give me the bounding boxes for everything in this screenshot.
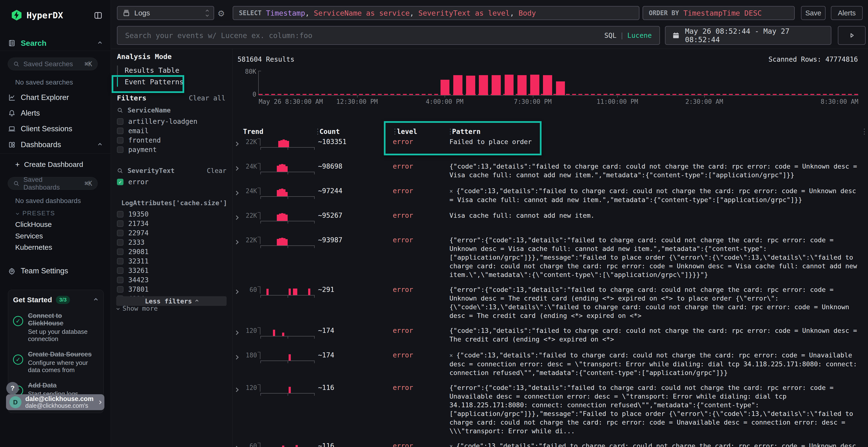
expand-chevron-icon[interactable] — [235, 165, 242, 173]
alerts-button[interactable]: Alerts — [831, 6, 863, 20]
help-button[interactable]: ? — [6, 382, 19, 394]
trend-max-label: 180 — [242, 351, 257, 359]
pattern-row[interactable]: 24K ~97244 error ×{"code":13,"details":"… — [232, 183, 868, 208]
checkbox[interactable] — [117, 230, 123, 236]
expand-chevron-icon[interactable] — [235, 238, 242, 247]
source-settings-gear-icon[interactable]: ⚙ — [217, 9, 225, 18]
presets-toggle[interactable]: PRESETS — [17, 209, 55, 217]
pattern-row[interactable]: 22K ~93987 error {"error":{"code":13,"de… — [232, 233, 868, 282]
create-dashboard-button[interactable]: + Create Dashboard — [0, 159, 111, 170]
expand-chevron-icon[interactable] — [235, 288, 242, 297]
sql-mode-toggle[interactable]: SQL — [604, 32, 617, 39]
order-by-input[interactable]: ORDER BY TimestampTime DESC — [643, 6, 795, 20]
saved-dashboards-input[interactable]: Saved Dashboards ⌘K — [8, 177, 98, 190]
checkbox[interactable] — [117, 248, 123, 255]
sparkline-bar — [279, 189, 281, 196]
filter-option[interactable]: 22974 — [117, 228, 226, 238]
filter-option[interactable]: frontend — [117, 136, 226, 145]
filter-option[interactable]: 33261 — [117, 266, 226, 275]
count-cell: ~174 — [318, 326, 393, 335]
sidebar-item-client-sessions[interactable]: Client Sessions — [0, 123, 111, 134]
sidebar-item-dashboards[interactable]: Dashboards — [0, 139, 111, 150]
get-started-item-subtitle: Set up your database connection — [28, 328, 99, 342]
app-logo[interactable]: HyperDX — [11, 9, 63, 21]
checkbox[interactable] — [117, 277, 123, 283]
sidebar-item-search[interactable]: Search — [0, 38, 111, 49]
checkbox[interactable]: ✓ — [117, 179, 123, 185]
checkbox[interactable] — [117, 146, 123, 153]
filter-option[interactable]: artillery-loadgen — [117, 117, 226, 126]
filter-option[interactable]: payment — [117, 145, 226, 154]
sparkline-bar — [267, 289, 269, 295]
filter-option[interactable]: 37801 — [117, 285, 226, 294]
preset-services[interactable]: Services — [15, 232, 43, 240]
filter-option[interactable]: 29081 — [117, 247, 226, 256]
pattern-row[interactable]: 120 ~174 error {"code":13,"details":"fai… — [232, 323, 868, 348]
expand-chevron-icon[interactable] — [235, 189, 242, 198]
checkbox[interactable] — [117, 258, 123, 265]
run-query-button[interactable] — [838, 26, 866, 45]
checkbox[interactable] — [117, 239, 123, 246]
chevron-up-icon[interactable] — [98, 41, 102, 45]
filter-option[interactable]: 32311 — [117, 256, 226, 266]
filter-clear-button[interactable]: Clear — [207, 167, 226, 174]
filter-option[interactable]: 21734 — [117, 219, 226, 228]
expand-chevron-icon[interactable] — [235, 329, 242, 337]
expand-chevron-icon[interactable] — [235, 386, 242, 394]
checkbox[interactable] — [117, 137, 123, 143]
pattern-row[interactable]: 60 ~291 error {"error":{"code":13,"detai… — [232, 282, 868, 323]
histogram-plot[interactable]: 80K 0 — [259, 71, 858, 95]
get-started-item[interactable]: ✓ Connect to ClickHouse Set up your data… — [13, 312, 99, 342]
filter-option[interactable]: email — [117, 126, 226, 136]
preset-kubernetes[interactable]: Kubernetes — [15, 243, 52, 251]
sidebar-collapse-icon[interactable] — [94, 11, 103, 20]
search-input[interactable]: Search your events w/ Lucene ex. column:… — [117, 26, 660, 45]
less-filters-button[interactable]: Less filters — [116, 296, 227, 306]
pattern-row[interactable]: 24K ~98698 error {"code":13,"details":"f… — [232, 159, 868, 183]
save-button[interactable]: Save — [801, 6, 826, 20]
mode-results-table[interactable]: Results Table — [117, 65, 184, 76]
sidebar-item-team-settings[interactable]: Team Settings — [0, 265, 111, 276]
saved-searches-input[interactable]: Saved Searches ⌘K — [8, 58, 98, 70]
trend-axis-bracket-icon — [257, 384, 260, 391]
sidebar-item-alerts[interactable]: Alerts — [0, 108, 111, 119]
pattern-row[interactable]: 22K ~103351 error Failed to place order — [232, 134, 868, 159]
expand-chevron-icon[interactable] — [235, 444, 242, 447]
expand-chevron-icon[interactable] — [235, 214, 242, 222]
filter-option[interactable]: 34423 — [117, 275, 226, 285]
mode-event-patterns[interactable]: Event Patterns — [117, 76, 184, 88]
checkbox[interactable] — [117, 220, 123, 227]
query-segment: Timestamp — [266, 9, 305, 18]
user-menu[interactable]: D dale@clickhouse.com dale@clickhouse.co… — [6, 394, 104, 410]
pattern-row[interactable]: 60 ~116 error ×{"code":13,"details":"fai… — [232, 439, 868, 447]
chevron-up-icon[interactable] — [94, 298, 98, 302]
checkbox[interactable] — [117, 211, 123, 217]
checkbox[interactable] — [117, 118, 123, 125]
sparkline-bar — [287, 141, 289, 147]
filter-option[interactable]: ✓error — [117, 177, 226, 187]
trend-max-label: 24K — [242, 162, 257, 171]
source-select[interactable]: Logs — [117, 6, 214, 20]
pattern-row[interactable]: 120 ~116 error {"error":{"code":13,"deta… — [232, 380, 868, 439]
expand-chevron-icon[interactable] — [235, 140, 242, 148]
checkbox[interactable] — [117, 128, 123, 134]
pattern-row[interactable]: 180 ~174 error ×{"code":13,"details":"fa… — [232, 348, 868, 380]
expand-chevron-icon[interactable] — [235, 353, 242, 362]
preset-clickhouse[interactable]: ClickHouse — [15, 220, 52, 229]
pattern-row[interactable]: 22K ~95267 error Visa cache full: cannot… — [232, 208, 868, 233]
checkbox[interactable] — [117, 286, 123, 293]
get-started-item[interactable]: ✓ Create Data Sources Configure where yo… — [13, 351, 99, 374]
chevron-up-icon[interactable] — [98, 143, 102, 147]
pattern-cell: ×{"code":13,"details":"failed to charge … — [450, 351, 863, 377]
calendar-icon — [672, 32, 680, 39]
filter-option[interactable]: 19350 — [117, 209, 226, 219]
sidebar-item-chart-explorer[interactable]: Chart Explorer — [0, 92, 111, 103]
sparkline-bar — [296, 445, 298, 447]
date-range-picker[interactable]: May 26 08:52:44 - May 27 08:52:44 — [665, 26, 831, 45]
lucene-mode-toggle[interactable]: Lucene — [627, 32, 652, 39]
select-clause-input[interactable]: SELECT Timestamp, ServiceName as service… — [233, 6, 640, 20]
checkbox[interactable] — [117, 267, 123, 274]
clear-all-button[interactable]: Clear all — [189, 94, 225, 102]
filters-title: Filters — [117, 94, 146, 102]
filter-option[interactable]: 2333 — [117, 238, 226, 247]
